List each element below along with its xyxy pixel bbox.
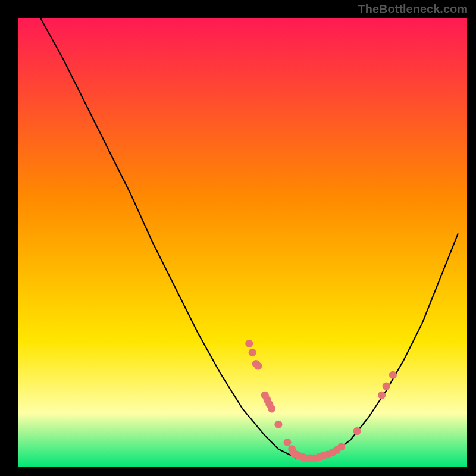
- data-dot: [389, 371, 397, 379]
- data-dot: [245, 340, 253, 347]
- data-dot: [249, 349, 256, 356]
- data-dot: [383, 383, 390, 390]
- data-dot: [268, 405, 275, 412]
- chart-container: TheBottleneck.com: [0, 0, 476, 476]
- data-dot: [284, 439, 292, 446]
- plot-background: [18, 18, 467, 467]
- data-dot: [378, 392, 386, 399]
- data-dot: [274, 421, 282, 428]
- data-dot: [337, 443, 345, 451]
- plot-border: [0, 0, 18, 476]
- watermark-text: TheBottleneck.com: [358, 2, 468, 16]
- chart-svg: [0, 0, 476, 476]
- plot-border: [467, 0, 476, 476]
- plot-border: [0, 467, 476, 476]
- data-dot: [353, 427, 361, 435]
- data-dot: [254, 362, 262, 370]
